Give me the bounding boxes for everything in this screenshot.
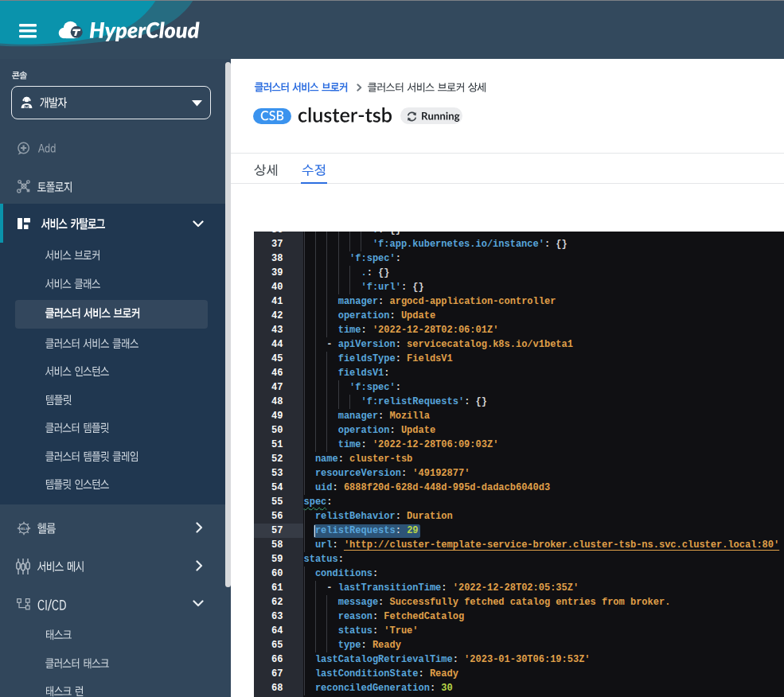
svg-text:HELM: HELM bbox=[19, 527, 29, 531]
